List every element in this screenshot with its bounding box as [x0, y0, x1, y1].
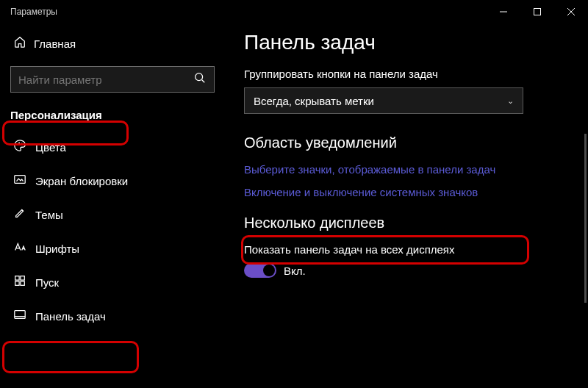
sidebar-item-label: Экран блокировки: [35, 175, 128, 187]
search-icon: [193, 71, 207, 87]
link-select-icons[interactable]: Выберите значки, отображаемые в панели з…: [244, 163, 581, 176]
content-area: Панель задач Группировать кнопки на пане…: [225, 24, 588, 388]
lockscreen-icon: [13, 173, 35, 189]
svg-rect-10: [15, 276, 19, 280]
group-buttons-label: Группировать кнопки на панели задач: [244, 68, 581, 80]
svg-rect-1: [534, 9, 541, 15]
sidebar-item-start[interactable]: Пуск: [0, 265, 225, 299]
scrollbar[interactable]: [584, 134, 587, 303]
search-wrap: [10, 66, 215, 93]
show-taskbar-toggle[interactable]: [244, 263, 276, 278]
sidebar-item-fonts[interactable]: Шрифты: [0, 231, 225, 265]
home-nav[interactable]: Главная: [0, 31, 225, 62]
svg-rect-14: [15, 311, 25, 319]
taskbar-icon: [13, 308, 35, 324]
svg-point-7: [18, 143, 20, 144]
close-button[interactable]: [554, 0, 588, 24]
svg-point-6: [17, 144, 18, 146]
sidebar-item-label: Шрифты: [35, 242, 79, 255]
svg-rect-13: [21, 281, 24, 285]
home-icon: [13, 35, 34, 51]
svg-rect-12: [15, 281, 19, 285]
sidebar-item-label: Темы: [35, 209, 63, 221]
themes-icon: [13, 206, 35, 223]
sidebar-item-label: Цвета: [35, 141, 66, 154]
svg-rect-11: [21, 276, 24, 280]
maximize-button[interactable]: [520, 0, 554, 24]
svg-point-4: [196, 73, 203, 81]
group-buttons-dropdown[interactable]: Всегда, скрывать метки ⌄: [244, 87, 523, 114]
chevron-down-icon: ⌄: [507, 96, 514, 106]
start-icon: [13, 274, 35, 290]
sidebar-item-taskbar[interactable]: Панель задач: [0, 299, 225, 333]
search-input[interactable]: [18, 73, 193, 86]
svg-line-5: [202, 80, 205, 83]
dropdown-value: Всегда, скрывать метки: [254, 95, 507, 107]
svg-rect-9: [15, 176, 25, 184]
minimize-icon: [500, 8, 507, 15]
palette-icon: [13, 139, 35, 155]
category-header: Персонализация: [0, 104, 225, 126]
sidebar-item-label: Панель задач: [35, 310, 106, 323]
page-title: Панель задач: [244, 31, 581, 54]
toggle-thumb: [263, 265, 275, 276]
toggle-state-label: Вкл.: [284, 265, 306, 277]
search-input-container[interactable]: [10, 66, 215, 93]
nav-list: Цвета Экран блокировки Темы Шрифты: [0, 130, 225, 333]
section-notification-area: Область уведомлений: [244, 134, 581, 151]
sidebar-item-colors[interactable]: Цвета: [0, 130, 225, 164]
window-controls: [487, 0, 588, 24]
link-system-icons[interactable]: Включение и выключение системных значков: [244, 186, 581, 198]
home-label: Главная: [34, 37, 76, 50]
show-taskbar-label: Показать панель задач на всех дисплеях: [244, 243, 581, 256]
show-taskbar-toggle-row: Вкл.: [244, 263, 581, 278]
sidebar-item-themes[interactable]: Темы: [0, 198, 225, 231]
title-bar: Параметры: [0, 0, 588, 24]
sidebar-item-lockscreen[interactable]: Экран блокировки: [0, 164, 225, 198]
sidebar-item-label: Пуск: [35, 276, 59, 289]
fonts-icon: [13, 240, 35, 256]
svg-point-8: [21, 143, 23, 144]
close-icon: [567, 8, 575, 15]
window-title: Параметры: [10, 7, 57, 17]
section-multiple-displays: Несколько дисплеев: [244, 215, 581, 231]
minimize-button[interactable]: [487, 0, 520, 24]
maximize-icon: [534, 8, 541, 15]
sidebar: Главная Персонализация Цвета: [0, 24, 225, 388]
